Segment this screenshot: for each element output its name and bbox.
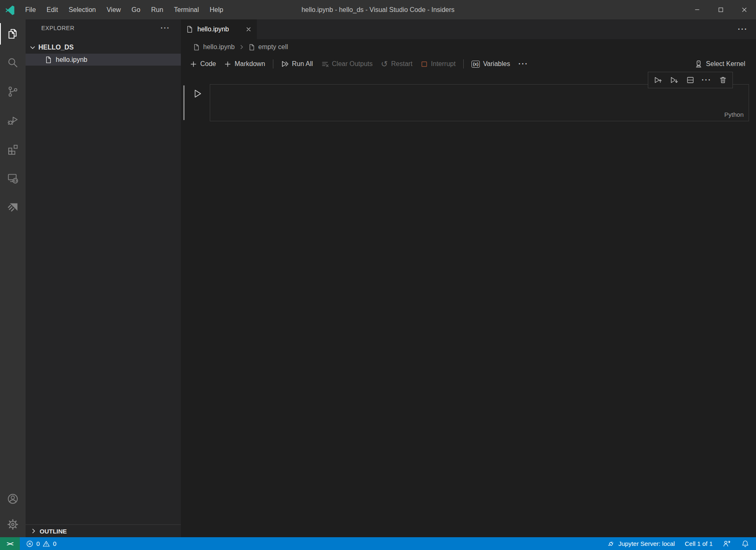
activity-remote-explorer-button[interactable] — [0, 164, 26, 193]
split-cell-button[interactable] — [684, 73, 697, 87]
accounts-button[interactable] — [0, 486, 26, 512]
plus-icon — [224, 61, 231, 68]
outline-label: OUTLINE — [40, 528, 67, 535]
notifications-button[interactable] — [741, 540, 749, 548]
cell-toolbar: ··· — [648, 72, 733, 88]
file-name: hello.ipynb — [56, 56, 88, 64]
warning-count: 0 — [53, 540, 56, 547]
menu-help[interactable]: Help — [204, 6, 229, 14]
chevron-right-icon — [30, 527, 37, 535]
breadcrumb: hello.ipynb empty cell — [181, 39, 756, 55]
add-code-label: Code — [200, 60, 216, 68]
status-bar: >< 0 0 — [0, 537, 756, 550]
menu-go[interactable]: Go — [126, 6, 146, 14]
window-controls — [685, 0, 756, 19]
activity-search-button[interactable] — [0, 48, 26, 77]
bell-icon — [741, 540, 749, 548]
window-title: hello.ipynb - hello_ds - Visual Studio C… — [301, 6, 455, 14]
execute-above-button[interactable] — [651, 73, 664, 87]
menu-terminal[interactable]: Terminal — [168, 6, 204, 14]
add-code-cell-button[interactable]: Code — [186, 57, 220, 71]
restart-icon: ↺ — [381, 61, 388, 67]
folder-section-hello-ds[interactable]: HELLO_DS — [26, 41, 181, 54]
error-icon — [26, 540, 33, 548]
ellipsis-icon: ··· — [701, 78, 711, 82]
jupyter-server-label: Jupyter Server: local — [619, 540, 675, 547]
interrupt-label: Interrupt — [431, 60, 456, 68]
tab-label: hello.ipynb — [197, 26, 229, 33]
cell-language-picker[interactable]: Python — [724, 111, 744, 118]
minimize-button[interactable] — [685, 0, 709, 19]
outline-section-header[interactable]: OUTLINE — [26, 524, 181, 537]
sidebar-empty-space — [26, 66, 181, 524]
notebook-cell: Python — [181, 84, 756, 121]
add-markdown-cell-button[interactable]: Markdown — [220, 57, 269, 71]
file-icon — [248, 44, 255, 51]
clear-outputs-button[interactable]: Clear Outputs — [317, 57, 377, 71]
breadcrumb-cell[interactable]: empty cell — [258, 43, 288, 51]
source-control-icon — [7, 85, 19, 98]
trash-icon — [719, 76, 727, 84]
cell-more-actions-button[interactable]: ··· — [700, 73, 713, 87]
feedback-button[interactable] — [723, 539, 731, 548]
title-bar: File Edit Selection View Go Run Terminal… — [0, 0, 756, 19]
problems-indicator[interactable]: 0 0 — [20, 540, 57, 548]
variables-button[interactable]: (x) Variables — [467, 57, 514, 71]
settings-button[interactable] — [0, 512, 26, 537]
plug-icon — [607, 540, 615, 548]
restart-label: Restart — [391, 60, 412, 68]
remote-icon: >< — [7, 540, 13, 547]
execute-below-button[interactable] — [668, 73, 681, 87]
activity-extensions-button[interactable] — [0, 135, 26, 164]
cell-code-editor[interactable]: Python — [210, 84, 749, 121]
tab-hello-ipynb[interactable]: hello.ipynb — [181, 19, 257, 39]
run-cell-button[interactable] — [192, 88, 203, 99]
cell-position-indicator[interactable]: Cell 1 of 1 — [685, 540, 713, 547]
run-above-icon — [654, 76, 662, 85]
run-all-label: Run All — [292, 60, 313, 68]
breadcrumb-file[interactable]: hello.ipynb — [203, 43, 235, 51]
close-window-button[interactable] — [732, 0, 756, 19]
activity-explorer-button[interactable] — [0, 19, 26, 48]
menu-edit[interactable]: Edit — [41, 6, 64, 14]
maximize-icon — [717, 6, 724, 13]
activity-source-control-button[interactable] — [0, 77, 26, 106]
jupyter-server-indicator[interactable]: Jupyter Server: local — [607, 540, 675, 548]
sidebar-header: EXPLORER ··· — [26, 19, 181, 37]
folder-name: HELLO_DS — [38, 44, 73, 51]
activity-bar — [0, 19, 26, 537]
restart-kernel-button[interactable]: ↺ Restart — [377, 57, 416, 71]
file-item-hello-ipynb[interactable]: hello.ipynb — [26, 54, 181, 66]
explorer-more-actions-button[interactable]: ··· — [161, 26, 170, 30]
tab-close-button[interactable] — [245, 26, 252, 33]
delete-cell-button[interactable] — [716, 73, 730, 87]
paper-plane-extension-icon — [7, 201, 19, 213]
menu-selection[interactable]: Selection — [63, 6, 101, 14]
run-all-icon — [281, 60, 289, 68]
maximize-button[interactable] — [709, 0, 732, 19]
account-icon — [7, 493, 19, 505]
variables-label: Variables — [483, 60, 510, 68]
gear-icon — [7, 518, 19, 531]
warning-icon — [43, 540, 50, 548]
interrupt-button[interactable]: Interrupt — [417, 57, 460, 71]
add-markdown-label: Markdown — [235, 60, 265, 68]
variables-icon: (x) — [472, 61, 479, 68]
close-window-icon — [741, 6, 748, 13]
menu-file[interactable]: File — [20, 6, 41, 14]
ellipsis-icon: ··· — [738, 27, 748, 31]
select-kernel-button[interactable]: Select Kernel — [690, 57, 749, 71]
activity-extension-triangle-button[interactable] — [0, 193, 26, 222]
editor-more-actions-button[interactable]: ··· — [738, 19, 748, 39]
run-all-button[interactable]: Run All — [277, 57, 317, 71]
chevron-down-icon — [29, 44, 36, 51]
select-kernel-label: Select Kernel — [706, 60, 745, 68]
cell-focus-indicator — [183, 85, 185, 120]
activity-run-debug-button[interactable] — [0, 106, 26, 135]
activity-bar-bottom — [0, 486, 26, 537]
remote-indicator[interactable]: >< — [0, 537, 20, 550]
extensions-icon — [7, 143, 19, 156]
menu-view[interactable]: View — [101, 6, 126, 14]
menu-run[interactable]: Run — [146, 6, 168, 14]
notebook-more-actions-button[interactable]: ··· — [514, 57, 532, 71]
